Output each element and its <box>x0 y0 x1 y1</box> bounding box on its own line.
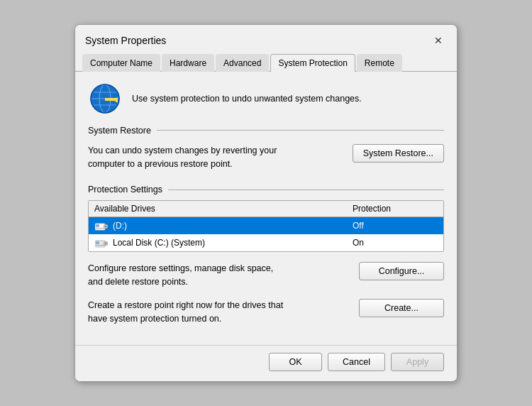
drive-protection-d: Off <box>353 221 438 231</box>
drive-name-c: Local Disk (C:) (System) <box>113 238 353 248</box>
drive-row-c[interactable]: Local Disk (C:) (System) On <box>89 234 443 251</box>
protection-column-header: Protection <box>353 204 438 214</box>
tab-remote[interactable]: Remote <box>357 54 402 72</box>
system-restore-section: System Restore You can undo system chang… <box>88 126 444 174</box>
tabs-bar: Computer Name Hardware Advanced System P… <box>75 49 457 72</box>
title-bar: System Properties ✕ <box>75 25 457 49</box>
drive-icon-c <box>94 237 109 248</box>
dialog-title: System Properties <box>85 35 166 46</box>
ok-button[interactable]: OK <box>269 353 322 371</box>
restore-inner: You can undo system changes by reverting… <box>88 141 444 174</box>
section-divider <box>157 130 444 131</box>
svg-point-12 <box>105 226 106 227</box>
system-restore-label: System Restore <box>88 126 151 136</box>
system-restore-button[interactable]: System Restore... <box>353 144 444 163</box>
system-restore-description: You can undo system changes by reverting… <box>88 144 287 171</box>
close-button[interactable]: ✕ <box>430 32 447 49</box>
header-section: Use system protection to undo unwanted s… <box>88 82 444 116</box>
drives-column-header: Available Drives <box>94 204 353 214</box>
configure-button[interactable]: Configure... <box>359 262 444 280</box>
protection-settings-section: Protection Settings Available Drives Pro… <box>88 185 444 252</box>
drives-table: Available Drives Protection (D <box>88 200 444 252</box>
configure-description: Configure restore settings, manage disk … <box>88 262 287 289</box>
svg-rect-15 <box>96 245 104 246</box>
drives-table-header: Available Drives Protection <box>89 201 443 217</box>
tab-advanced[interactable]: Advanced <box>216 54 269 72</box>
tab-system-protection[interactable]: System Protection <box>270 54 355 72</box>
create-button[interactable]: Create... <box>359 299 444 317</box>
create-section: Create a restore point right now for the… <box>88 299 444 326</box>
protection-settings-label: Protection Settings <box>88 185 162 194</box>
svg-rect-10 <box>96 228 104 229</box>
cancel-button[interactable]: Cancel <box>328 353 385 371</box>
system-properties-dialog: System Properties ✕ Computer Name Hardwa… <box>74 24 458 383</box>
system-restore-header: System Restore <box>88 126 444 136</box>
dialog-footer: OK Cancel Apply <box>75 345 457 381</box>
drive-row-d[interactable]: (D:) Off <box>89 217 443 234</box>
create-description: Create a restore point right now for the… <box>88 299 287 326</box>
header-description: Use system protection to undo unwanted s… <box>132 94 362 104</box>
svg-rect-14 <box>96 241 99 244</box>
svg-rect-7 <box>105 98 118 101</box>
configure-section: Configure restore settings, manage disk … <box>88 262 444 289</box>
drive-name-d: (D:) <box>113 221 353 231</box>
apply-button[interactable]: Apply <box>391 353 444 371</box>
tab-content: Use system protection to undo unwanted s… <box>75 72 457 346</box>
tab-hardware[interactable]: Hardware <box>162 54 214 72</box>
svg-point-17 <box>105 243 106 244</box>
drive-protection-c: On <box>353 238 438 248</box>
section-divider-2 <box>168 190 444 190</box>
drive-icon-d <box>94 220 109 231</box>
tab-computer-name[interactable]: Computer Name <box>82 54 160 72</box>
protection-settings-header: Protection Settings <box>88 185 444 194</box>
system-protection-icon <box>88 82 122 116</box>
svg-rect-9 <box>96 224 99 227</box>
